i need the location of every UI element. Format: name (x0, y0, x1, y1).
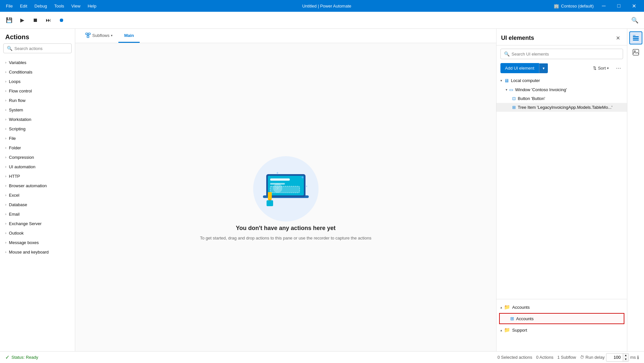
record-button[interactable]: ⏺ (56, 15, 67, 25)
sidebar-item-excel[interactable]: › Excel (0, 190, 75, 200)
sidebar-item-flow-control[interactable]: › Flow control (0, 86, 75, 96)
actions-list: › Variables › Conditionals › Loops › Flo… (0, 57, 75, 351)
play-button[interactable]: ▶ (17, 15, 27, 25)
images-tab-icon[interactable] (629, 46, 642, 59)
run-delay-input-box[interactable]: ▲ ▼ (606, 353, 629, 362)
canvas-area: ☞ ✦ ✦ ✦ You (75, 43, 496, 351)
sidebar-item-exchange-server[interactable]: › Exchange Server (0, 219, 75, 228)
maximize-button[interactable]: □ (611, 0, 626, 12)
tree-item-button[interactable]: ⊡ Button 'Button' (496, 94, 627, 103)
chevron-icon: › (5, 184, 6, 188)
ui-elements-tab-icon[interactable] (629, 31, 642, 44)
sidebar-item-folder[interactable]: › Folder (0, 143, 75, 153)
subflow-count: 1 Subflow (557, 355, 576, 360)
action-label: Database (9, 202, 27, 207)
sidebar-item-database[interactable]: › Database (0, 200, 75, 209)
run-delay-up-button[interactable]: ▲ (623, 354, 629, 357)
add-ui-element-dropdown[interactable]: ▾ (539, 63, 548, 73)
sidebar-item-message-boxes[interactable]: › Message boxes (0, 238, 75, 247)
svg-rect-23 (633, 35, 635, 36)
tree-item-treeitem[interactable]: ⊞ Tree Item 'LegacyInvoicingApp.Models.T… (496, 103, 627, 112)
window-title: Untitled | Power Automate (100, 4, 554, 8)
svg-text:☞: ☞ (275, 186, 280, 191)
run-delay-down-button[interactable]: ▼ (623, 357, 629, 361)
more-options-button[interactable]: ⋯ (614, 64, 623, 73)
subflow-label: 1 Subflow (557, 355, 576, 360)
run-delay-label: Run delay (585, 355, 605, 360)
sidebar-item-ui-automation[interactable]: › UI automation (0, 162, 75, 172)
menu-tools[interactable]: Tools (51, 2, 67, 10)
tab-subflows[interactable]: Subflows ▾ (79, 29, 118, 43)
close-button[interactable]: ✕ (626, 0, 641, 12)
save-button[interactable]: 💾 (4, 15, 14, 25)
sidebar-item-system[interactable]: › System (0, 105, 75, 115)
toolbar-search-button[interactable]: 🔍 (630, 15, 640, 25)
chevron-icon: › (5, 165, 6, 169)
sidebar-item-email[interactable]: › Email (0, 209, 75, 219)
tab-main[interactable]: Main (118, 29, 140, 43)
menu-view[interactable]: View (68, 2, 84, 10)
account-name: Contoso (default) (561, 4, 594, 8)
add-ui-element-main[interactable]: Add UI element (500, 63, 539, 73)
menu-help[interactable]: Help (84, 2, 100, 10)
right-panel: UI elements ✕ 🔍 Add UI element ▾ ⇅ Sort … (496, 29, 627, 351)
info-icon: ℹ (637, 355, 639, 360)
chevron-icon: › (5, 193, 6, 197)
sidebar-item-compression[interactable]: › Compression (0, 153, 75, 162)
ui-elements-toolbar: Add UI element ▾ ⇅ Sort ▾ ⋯ (496, 62, 627, 76)
window-icon: ▭ (509, 87, 513, 92)
sidebar-item-http[interactable]: › HTTP (0, 172, 75, 181)
tree-item-label: Support (512, 328, 527, 333)
tree-item-label: Accounts (516, 316, 533, 321)
search-actions-input[interactable] (14, 46, 68, 51)
tree-item-support-folder[interactable]: ▴ 📁 Support (496, 325, 627, 335)
search-ui-elements-input[interactable] (512, 52, 619, 57)
sidebar-item-loops[interactable]: › Loops (0, 77, 75, 86)
run-delay-container: ⏱ Run delay ▲ ▼ ms ℹ (580, 353, 639, 362)
sidebar-item-outlook[interactable]: › Outlook (0, 228, 75, 238)
action-label: Loops (9, 79, 20, 84)
action-label: File (9, 136, 16, 141)
tree-item-local-computer[interactable]: ▾ 🖥 Local computer (496, 76, 627, 85)
close-ui-elements-button[interactable]: ✕ (613, 33, 622, 42)
sort-label: Sort (598, 66, 606, 71)
svg-rect-20 (633, 36, 639, 37)
sidebar-item-scripting[interactable]: › Scripting (0, 124, 75, 134)
minimize-button[interactable]: ─ (596, 0, 611, 12)
tree-item-accounts-folder[interactable]: ▴ 📁 Accounts (496, 302, 627, 312)
tree-item-label: Accounts (512, 305, 530, 310)
stop-button[interactable]: ⏹ (30, 15, 41, 25)
chevron-icon: › (5, 156, 6, 159)
account-info[interactable]: 🏢 Contoso (default) (554, 4, 594, 8)
sidebar-item-variables[interactable]: › Variables (0, 58, 75, 67)
sidebar-item-conditionals[interactable]: › Conditionals (0, 67, 75, 77)
sort-chevron-icon: ▾ (607, 66, 609, 70)
add-ui-element-button[interactable]: Add UI element ▾ (500, 63, 548, 73)
table-icon: ⊞ (510, 316, 514, 321)
sidebar-item-browser-automation[interactable]: › Browser automation (0, 181, 75, 190)
ui-elements-tree: ▾ 🖥 Local computer ▾ ▭ Window 'Contoso I… (496, 76, 627, 299)
menu-debug[interactable]: Debug (31, 2, 50, 10)
action-label: Mouse and keyboard (9, 250, 48, 255)
search-actions-box[interactable]: 🔍 (3, 43, 72, 53)
folder-icon: 📁 (504, 304, 510, 310)
search-icon: 🔍 (504, 51, 510, 57)
sidebar-item-mouse-keyboard[interactable]: › Mouse and keyboard (0, 247, 75, 257)
tree-chevron-icon: ▾ (500, 79, 502, 82)
next-button[interactable]: ⏭ (43, 15, 54, 25)
menu-edit[interactable]: Edit (17, 2, 30, 10)
sort-button[interactable]: ⇅ Sort ▾ (590, 64, 611, 73)
sidebar-item-workstation[interactable]: › Workstation (0, 115, 75, 124)
tree-item-accounts-table[interactable]: ⊞ Accounts (500, 314, 624, 323)
status-text: Status: Ready (11, 355, 38, 360)
tree-item-window[interactable]: ▾ ▭ Window 'Contoso Invoicing' (496, 85, 627, 94)
account-icon: 🏢 (554, 4, 559, 8)
sidebar-item-file[interactable]: › File (0, 134, 75, 143)
sidebar-item-run-flow[interactable]: › Run flow (0, 96, 75, 105)
run-delay-input[interactable] (606, 354, 623, 360)
chevron-icon: › (5, 174, 6, 178)
svg-rect-2 (87, 36, 89, 38)
svg-rect-16 (267, 200, 273, 206)
menu-file[interactable]: File (3, 2, 16, 10)
search-ui-elements-box[interactable]: 🔍 (500, 49, 623, 59)
